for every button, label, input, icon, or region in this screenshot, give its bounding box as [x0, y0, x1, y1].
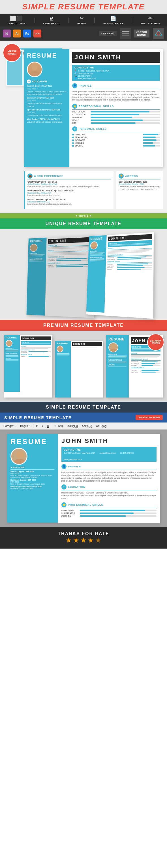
pl-per1-fill: [141, 370, 159, 371]
pl-pr1: [131, 355, 161, 356]
css-bar-bg: [91, 122, 160, 124]
toolbar-u[interactable]: U: [46, 424, 50, 428]
sep-4: |: [131, 17, 133, 23]
work-entry-2: Web Design App Design / Apr 2013 - Mar 2…: [28, 189, 111, 197]
photoshop-label: PHOTOSHOP: [72, 111, 89, 113]
vector-badge: VECTORICONS: [134, 30, 150, 37]
toolbar-label4[interactable]: AaBçÇğ: [95, 424, 108, 428]
address-icon: 📍: [75, 69, 77, 72]
back-photo: [30, 244, 38, 252]
ps1-photo: [6, 340, 12, 347]
web-icon: 🌐: [75, 77, 77, 80]
fpers3-fill: [117, 267, 144, 268]
us-letter-label: US LETTER SCREEN: [148, 340, 164, 344]
toolbar-b[interactable]: B: [35, 424, 39, 428]
ps1-per1-lbl: CREATIVE: [21, 356, 28, 357]
fpers4-fill: [117, 269, 141, 270]
print-icon: 🖨: [49, 16, 54, 22]
large-profile-label: PROFILE: [68, 465, 81, 468]
large-contact-details: 4 / 203 Fake Street, New York, USA conta…: [64, 452, 154, 460]
hobbies-label: HOBBIES: [75, 142, 142, 144]
large-skills-label: PROFESSIONAL SKILLS: [68, 503, 103, 506]
pl-per1-lbl: CREATIVE: [131, 370, 141, 371]
ill-bar-bg: [56, 259, 92, 261]
large-phone: 12.345.678.901: [120, 452, 134, 454]
ps1-contact: CONTACT ME: [21, 341, 51, 345]
large-edu-text-1: Masters Degree / SEP 2003MAY 2006Univ of…: [10, 470, 55, 478]
fpers2-lbl: TEAM WORK: [107, 266, 117, 267]
toolbar-label3[interactable]: AaBçÇğ: [81, 424, 93, 428]
profile-face: [28, 62, 42, 76]
toolbar-label1[interactable]: 1. Abiç: [54, 424, 65, 428]
ps-label: PHOTOSHOP: [48, 258, 56, 260]
badge-print: 🖨 PRINT READY: [43, 16, 60, 25]
web-text: www.yourname.com: [78, 78, 96, 80]
pl-cl3: [132, 350, 154, 350]
ps1-per1: CREATIVE: [21, 356, 51, 357]
pl-per1-bg: [141, 370, 161, 371]
ps2-content: RESUME JOHN SM: [55, 341, 103, 398]
prof-skills-title: PROFESSIONAL SKILLS: [79, 105, 114, 107]
ps1-pskills: PROFESSIONAL SKILLS: [21, 349, 51, 351]
profile-icon: 👤: [72, 83, 77, 88]
simple-divider: SIMPLE RESUME TEMPLATE: [0, 402, 167, 412]
svg-point-9: [8, 342, 11, 344]
toolbar-font[interactable]: Paragraf: [2, 424, 15, 428]
indesign-bar-fill: [91, 117, 132, 118]
profile-heading: 👤 PROFILE: [72, 83, 160, 89]
creative-dot: [72, 134, 74, 135]
ps1-sidebar: RESUME EDUCATION WORK EXPERIENCE AWARDS: [4, 335, 20, 392]
illustrator-bar-fill: [91, 114, 139, 115]
feature-badges-bar: ⬜⬛ CMYK COLOUR | 🖨 PRINT READY | ✂ BLEED…: [0, 13, 167, 26]
f4: [90, 255, 105, 256]
toolbar-i[interactable]: I: [41, 424, 44, 428]
pl-sk3-fill: [141, 365, 153, 366]
pl-prof-skills: PROFESSIONAL SKILLS: [131, 358, 161, 361]
ps1-cl2: [22, 344, 50, 344]
large-edu-label: EDUCATION: [68, 486, 85, 488]
fpers4-bg: [117, 269, 152, 270]
front-resume-title: RESUME: [91, 237, 105, 241]
ps1-cl1: [22, 343, 50, 344]
svg-point-8: [91, 247, 97, 250]
ps1-profile: PROFILE: [21, 346, 51, 347]
awards-block: 🏆 AWARDS Best Creative Director / 2003 S…: [116, 171, 163, 209]
pl-sk3-lbl: INDESIGN: [131, 365, 141, 366]
pl-per2-lbl: TEAM WORK: [131, 371, 141, 373]
layered-badge: LAYERED: [99, 31, 117, 36]
back-page: RESUME EDUCATION WORK EXPERIENCE JOHN SM…: [27, 236, 94, 318]
toolbar-label2[interactable]: AaBçÇğ: [66, 424, 79, 428]
large-ind-lbl: INDESIGN: [61, 515, 78, 517]
large-ind-bg: [80, 515, 157, 517]
work-3-title: Global Creative / Apr 2013 - Mar 2015: [28, 198, 111, 201]
innovate-bar-fill: [143, 140, 157, 141]
work-3-desc: Lorem ipsum dolor sit amet consectetur a…: [28, 203, 111, 206]
contact-email: ✉ contact@mail.com: [75, 72, 158, 74]
svg-point-13: [112, 345, 116, 349]
svg-point-11: [59, 347, 62, 350]
ps1-pl2: [21, 348, 48, 349]
full-name: JOHN SMITH: [75, 54, 158, 61]
premium-small-1: RESUME EDUCATION WORK EXPERIENCE AWARDS: [4, 335, 52, 398]
awards-heading: 🏆 AWARDS: [119, 174, 161, 180]
ill-label: ILLUSTRATOR: [48, 260, 56, 261]
toolbar-size1[interactable]: Başlık 8: [19, 424, 32, 428]
svg-point-7: [92, 243, 96, 247]
star-1: ★: [66, 536, 72, 544]
pl-sk2-fill: [141, 363, 155, 364]
front-personal-skills: PERSONAL SKILLS: [107, 260, 152, 263]
svg-rect-1: [122, 33, 129, 34]
fpers4: SPORTS: [107, 268, 152, 270]
ps2-title: RESUME: [56, 342, 69, 345]
edu-item-2: Bachelors Degree / SEP 2000 MAY 2003 Uni…: [27, 97, 67, 107]
edu-item-3: Specialised Coursework / SEP 2005 MAY 20…: [27, 108, 67, 117]
pl-pr2: [131, 356, 159, 356]
a4-label: A4 + US LETTER: [103, 22, 123, 25]
main-title: SIMPLE RESUME TEMPLATE: [3, 2, 164, 11]
large-skills-icon: ⭐: [61, 502, 67, 507]
back-name-bg: JOHN SMI: [48, 237, 92, 244]
work-1-title: Creative/Nov 2006 - Dec 2011: [28, 181, 111, 183]
msword-title: SIMPLE RESUME TEMPLATE: [4, 415, 72, 420]
large-skills-block: ⭐ PROFESSIONAL SKILLS PHOTOSHOP ILLUSTRA…: [61, 502, 157, 517]
work-2-title: Web Design App Design / Apr 2013 - Mar 2…: [28, 189, 111, 192]
